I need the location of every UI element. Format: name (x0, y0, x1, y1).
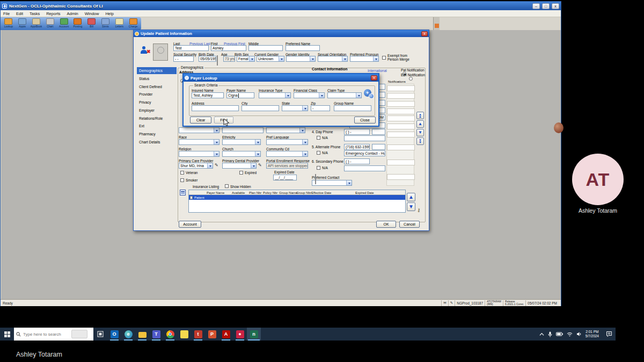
payer-name-field[interactable]: Cigna (226, 92, 254, 98)
veteran-checkbox[interactable] (180, 171, 184, 175)
chevron-down-icon[interactable] (214, 151, 219, 156)
alternate-phone-na-checkbox[interactable] (317, 151, 320, 155)
chevron-down-icon[interactable] (346, 180, 352, 185)
zip-field[interactable]: - (311, 105, 330, 111)
patient-photo-placeholder[interactable] (153, 44, 168, 61)
current-gender-select[interactable]: Unknown (257, 56, 284, 62)
chevron-down-icon[interactable] (251, 163, 256, 168)
primary-care-provider-select[interactable]: Shur MD, Irina (179, 163, 213, 169)
ethnicity-select[interactable] (222, 139, 261, 145)
sidebar-item-privacy[interactable]: Privacy (137, 99, 177, 106)
task-view-button[interactable] (93, 328, 107, 341)
ssn-field[interactable]: - - (173, 56, 194, 62)
preferred-contact-select[interactable] (312, 180, 352, 186)
edit-pdp-pencil-icon[interactable]: ✎ (258, 163, 262, 168)
clear-button[interactable]: Clear (190, 117, 211, 124)
cancel-button[interactable]: Cancel (399, 221, 420, 228)
col-payer-name[interactable]: Payer Name (207, 191, 224, 194)
city-field[interactable] (241, 105, 279, 111)
taskbar-app-powerpoint[interactable]: P (205, 328, 219, 341)
birth-date-calendar-icon[interactable] (217, 55, 218, 66)
remove-person-icon[interactable]: ✖ (140, 46, 151, 55)
taskbar-app-acrobat[interactable]: A (219, 328, 233, 341)
chevron-down-icon[interactable] (310, 56, 315, 61)
col-expired-date[interactable]: Expired Date (355, 191, 374, 194)
toolbar-chart-button[interactable]: Chart (43, 18, 57, 30)
church-select[interactable] (222, 151, 261, 157)
insurance-type-select[interactable] (259, 92, 291, 98)
move-up-button[interactable]: ▲ (416, 120, 424, 128)
chevron-down-icon[interactable] (255, 140, 260, 144)
tray-chevron-icon[interactable] (539, 332, 544, 336)
insured-name-field[interactable]: Test, Ashley (192, 92, 224, 98)
payer-dialog-close-icon[interactable]: x (371, 75, 377, 81)
participant-avatar[interactable]: AT (572, 154, 624, 205)
day-phone-note-field[interactable] (344, 135, 385, 141)
sidebar-item-client-defined[interactable]: Client Defined (137, 83, 177, 90)
taskbar-app-file-explorer[interactable] (135, 328, 149, 341)
col-group-name[interactable]: Group Name (279, 191, 297, 194)
chevron-down-icon[interactable] (373, 56, 378, 61)
day-phone-ext-field[interactable] (372, 129, 385, 135)
taskbar-clock[interactable]: 2:01 PM 5/7/2024 (586, 330, 599, 338)
chevron-down-icon[interactable] (342, 56, 347, 61)
secondary-phone-na-checkbox[interactable] (317, 166, 320, 170)
birth-sex-select[interactable]: Femal (237, 56, 255, 62)
chevron-down-icon[interactable] (285, 93, 290, 98)
close-button[interactable]: Close (354, 117, 376, 124)
pref-language-select[interactable] (266, 139, 308, 145)
menu-reports[interactable]: Reports (46, 11, 60, 16)
taskbar-app-teams[interactable]: T (149, 328, 163, 341)
secondary-phone-field[interactable]: ( ) - (344, 158, 370, 164)
group-name-field[interactable] (334, 105, 371, 111)
start-button[interactable] (0, 328, 14, 341)
maximize-icon[interactable]: □ (542, 3, 550, 9)
middle-name-field[interactable] (248, 45, 283, 51)
move-down-button[interactable]: ▼ (416, 129, 424, 136)
secondary-phone-note-field[interactable] (344, 165, 385, 171)
expired-checkbox[interactable] (239, 171, 243, 175)
taskbar-app-red-2[interactable]: ● (233, 328, 247, 341)
insurance-move-down-button[interactable]: ▼ (407, 202, 415, 211)
state-select[interactable] (282, 105, 308, 111)
hidden-row-select-2[interactable] (266, 127, 305, 133)
alternate-phone-note-field[interactable]: Emergency Contact - Husba (344, 150, 385, 156)
minimize-icon[interactable]: – (532, 3, 540, 9)
menu-window[interactable]: Window (85, 11, 99, 16)
toolbar-charge-button[interactable]: Charge (126, 18, 140, 30)
birth-date-field[interactable]: 05/05/1951 (199, 56, 216, 62)
expired-date-calendar-icon[interactable] (315, 174, 316, 184)
sidebar-item-ext[interactable]: Ext (137, 122, 177, 129)
toolbar-posting-button[interactable]: Posting (71, 18, 85, 30)
alternate-phone-field[interactable]: (716) 632-1595 (344, 144, 370, 150)
speaker-icon[interactable] (576, 331, 582, 337)
close-icon[interactable]: x (552, 3, 559, 9)
toolbar-appts-button[interactable]: Appts (16, 18, 30, 30)
exempt-person-merge-checkbox[interactable] (382, 56, 386, 60)
show-hidden-checkbox[interactable] (225, 184, 229, 188)
menu-file[interactable]: File (3, 11, 10, 16)
day-phone-na-checkbox[interactable] (317, 136, 320, 140)
col-plan-nbr[interactable]: Plan Nbr (249, 191, 261, 194)
chevron-down-icon[interactable] (249, 56, 254, 61)
claim-type-select[interactable] (327, 92, 362, 98)
edi-notification-radio[interactable] (409, 77, 413, 81)
toolbar-stmts-button[interactable]: Stmts (99, 18, 113, 30)
action-center-icon[interactable] (606, 331, 612, 337)
day-phone-field[interactable]: ( ) - (344, 129, 370, 135)
battery-icon[interactable] (556, 332, 563, 336)
insurance-card-icon[interactable] (180, 190, 186, 196)
search-widget-button[interactable] (71, 330, 87, 338)
hidden-row-select-1[interactable] (179, 127, 219, 133)
chevron-down-icon[interactable] (302, 140, 308, 144)
menu-tasks[interactable]: Tasks (30, 11, 40, 16)
sidebar-item-status[interactable]: Status (137, 75, 177, 82)
microphone-icon[interactable] (548, 331, 552, 337)
primary-dental-provider-select[interactable] (222, 163, 257, 169)
smoker-checkbox[interactable] (180, 178, 184, 182)
key-icon[interactable]: ⚷ (417, 207, 421, 213)
move-bottom-button[interactable]: ▼▼ (416, 137, 424, 145)
col-available[interactable]: Available (232, 191, 245, 194)
sexual-orientation-select[interactable] (318, 56, 348, 62)
last-name-field[interactable]: Test (173, 45, 209, 51)
